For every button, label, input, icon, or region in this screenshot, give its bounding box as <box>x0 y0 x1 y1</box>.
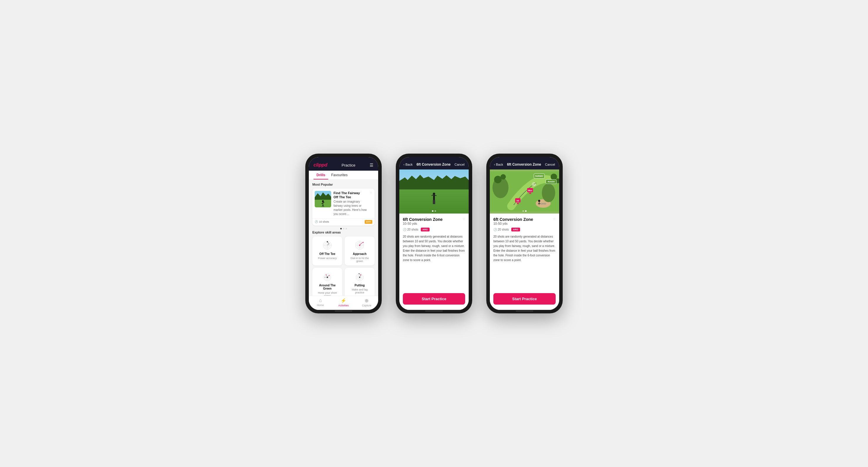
p3-bottom: Start Practice <box>490 290 559 310</box>
p2-header: ‹ Back 6ft Conversion Zone Cancel <box>399 157 469 169</box>
featured-drill-card[interactable]: Find The Fairway Off The Tee Create an i… <box>312 189 375 226</box>
clock-icon-p3: 🕐 <box>493 228 497 231</box>
p2-bottom: Start Practice <box>399 290 469 310</box>
dot-1[interactable] <box>340 228 342 229</box>
tab-drills[interactable]: Drills <box>313 171 328 179</box>
back-button-p2[interactable]: ‹ Back <box>403 163 412 166</box>
skill-card-approach[interactable]: Approach Dial-in to hit the green <box>345 236 375 266</box>
detail-header-p3: 6ft Conversion Zone 10-50 yds ☆ <box>493 217 556 227</box>
p1-tabs: Drills Favourites <box>309 171 378 180</box>
notch-3 <box>513 154 536 155</box>
skill-name-atg: Around The Green <box>315 284 340 290</box>
img-dot-2-p2[interactable] <box>435 210 436 212</box>
detail-range-p2: 10-50 yds <box>403 222 442 225</box>
home-indicator-3 <box>516 310 533 312</box>
svg-point-53 <box>500 174 506 179</box>
skill-card-putting[interactable]: Putting Make and lag practice <box>345 268 375 296</box>
dot-3[interactable] <box>346 228 347 229</box>
svg-rect-47 <box>434 200 435 204</box>
drill-detail-p2: 6ft Conversion Zone 10-50 yds ☆ 🕐 20 sho… <box>399 213 469 290</box>
scene: clippd Practice ☰ Drills Favourites Most… <box>288 136 580 331</box>
start-practice-button-p2[interactable]: Start Practice <box>403 293 465 305</box>
shots-meta-p2: 🕐 20 shots <box>403 228 418 231</box>
phone-3: ‹ Back 6ft Conversion Zone Cancel <box>486 154 563 313</box>
arg-badge-p2: ARG <box>421 228 430 231</box>
dot-2[interactable] <box>343 228 344 229</box>
img-dot-1-p3[interactable] <box>522 210 524 212</box>
favourite-icon-p2[interactable]: ☆ <box>463 217 465 220</box>
skill-grid: Off The Tee Power accuracy <box>312 236 375 296</box>
cancel-button-p2[interactable]: Cancel <box>455 163 465 166</box>
svg-point-4 <box>322 200 324 202</box>
bottom-nav: ⌂ Home ⚡ Activities ⊕ Capture <box>309 296 378 310</box>
detail-title-p3: 6ft Conversion Zone <box>493 217 533 222</box>
arg-badge-p3: ARG <box>511 228 520 231</box>
svg-text:ROUGH: ROUGH <box>548 180 555 183</box>
p3-header: ‹ Back 6ft Conversion Zone Cancel <box>490 157 559 169</box>
favourite-icon[interactable]: ☆ <box>370 191 372 194</box>
drill-info: Find The Fairway Off The Tee Create an i… <box>334 191 367 216</box>
phone-1: clippd Practice ☰ Drills Favourites Most… <box>305 154 382 313</box>
activities-icon: ⚡ <box>341 298 346 303</box>
drill-card-footer: 🕐 10 shots OTT <box>312 219 375 226</box>
course-map: Hit Miss FAIRWAY ROUGH SAND <box>490 169 559 213</box>
detail-title-p2: 6ft Conversion Zone <box>403 217 442 222</box>
phone-3-screen: ‹ Back 6ft Conversion Zone Cancel <box>490 157 559 310</box>
drill-description: Create an imaginary fairway using trees … <box>334 200 367 216</box>
svg-text:SAND: SAND <box>540 202 546 205</box>
shots-meta-p3: 🕐 20 shots <box>493 228 509 231</box>
drill-desc-p2: 20 shots are randomly generated at dista… <box>403 234 465 263</box>
detail-meta-p2: 🕐 20 shots ARG <box>403 228 465 231</box>
svg-point-52 <box>494 176 502 183</box>
nav-activities[interactable]: ⚡ Activities <box>332 298 355 307</box>
chevron-left-icon-p3: ‹ <box>494 163 495 166</box>
drill-subtitle: Off The Tee <box>334 195 367 199</box>
svg-point-51 <box>542 184 555 202</box>
header-title: Practice <box>342 163 355 167</box>
shots-count-p2: 20 shots <box>407 228 418 231</box>
svg-text:Hit: Hit <box>517 200 519 202</box>
image-dots-p2 <box>432 210 436 212</box>
skill-desc-ott: Power accuracy <box>318 257 337 260</box>
drill-photo <box>399 169 469 213</box>
svg-rect-44 <box>431 194 433 196</box>
p1-scroll-content: Most Popular <box>309 180 378 296</box>
svg-text:FAIRWAY: FAIRWAY <box>535 175 544 177</box>
nav-home[interactable]: ⌂ Home <box>309 298 332 307</box>
svg-point-24 <box>363 242 364 243</box>
start-practice-button-p3[interactable]: Start Practice <box>493 293 556 305</box>
favourite-icon-p3[interactable]: ☆ <box>553 217 556 220</box>
cancel-button-p3[interactable]: Cancel <box>545 163 555 166</box>
drill-shots-meta: 🕐 10 shots <box>315 220 329 223</box>
app-logo: clippd <box>313 162 327 168</box>
skill-card-ott[interactable]: Off The Tee Power accuracy <box>312 236 342 266</box>
drill-detail-p3: 6ft Conversion Zone 10-50 yds ☆ 🕐 20 sho… <box>490 213 559 290</box>
detail-meta-p3: 🕐 20 shots ARG <box>493 228 556 231</box>
nav-capture[interactable]: ⊕ Capture <box>355 298 378 307</box>
p1-header: clippd Practice ☰ <box>309 157 378 171</box>
phone-2-screen: ‹ Back 6ft Conversion Zone Cancel <box>399 157 469 310</box>
svg-point-31 <box>325 277 326 277</box>
capture-icon: ⊕ <box>365 298 369 303</box>
p3-title: 6ft Conversion Zone <box>507 162 541 167</box>
menu-icon[interactable]: ☰ <box>370 163 373 167</box>
svg-point-42 <box>433 193 435 195</box>
capture-label: Capture <box>362 304 371 307</box>
back-button-p3[interactable]: ‹ Back <box>494 163 503 166</box>
drill-thumbnail <box>315 191 331 207</box>
ott-badge: OTT <box>365 220 372 224</box>
svg-rect-46 <box>433 200 434 204</box>
detail-header-p2: 6ft Conversion Zone 10-50 yds ☆ <box>403 217 465 227</box>
img-dot-2-p3[interactable] <box>525 210 527 212</box>
tab-favourites[interactable]: Favourites <box>328 171 350 179</box>
skill-card-atg[interactable]: Around The Green Hone your short game <box>312 268 342 296</box>
svg-point-54 <box>551 174 557 180</box>
activities-label: Activities <box>338 304 349 307</box>
drill-desc-p3: 20 shots are randomly generated at dista… <box>493 234 556 263</box>
home-indicator-1 <box>335 310 352 312</box>
img-dot-1-p2[interactable] <box>432 210 433 212</box>
skill-name-approach: Approach <box>353 252 367 256</box>
back-label-p2: Back <box>405 163 412 166</box>
p2-title: 6ft Conversion Zone <box>416 162 451 167</box>
back-label-p3: Back <box>496 163 503 166</box>
